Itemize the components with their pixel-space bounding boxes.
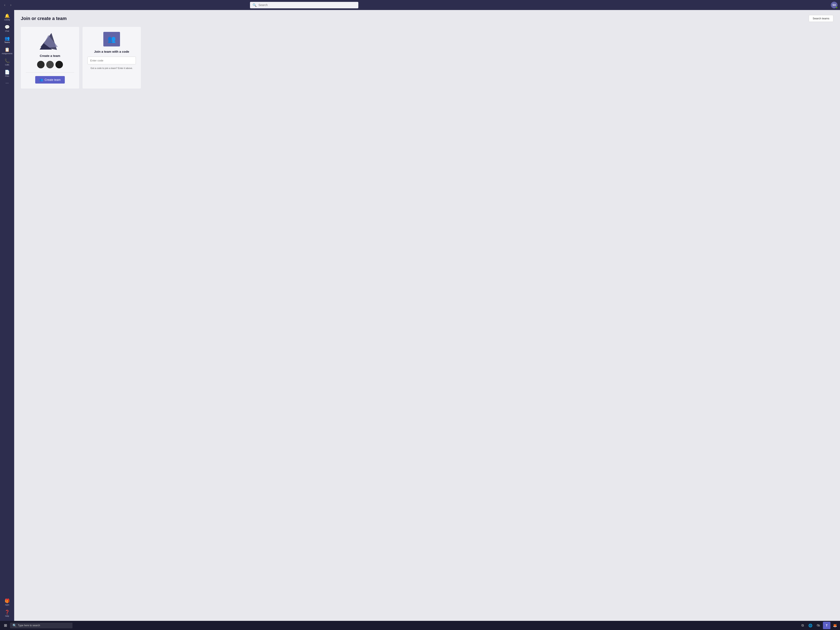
start-button[interactable]: ⊞ (2, 622, 9, 629)
sidebar-item-files[interactable]: 📄 Files (0, 68, 14, 79)
create-team-btn-icon: 👥 (39, 78, 43, 82)
store-icon: 🛍 (817, 624, 820, 627)
help-icon: ❓ (5, 610, 10, 614)
windows-icon: ⊞ (4, 623, 7, 628)
taskbar-teams-label: T (826, 624, 828, 627)
person-avatar-2 (46, 61, 54, 68)
join-code-input[interactable] (87, 57, 136, 65)
create-team-button[interactable]: 👥 Create team (35, 76, 65, 84)
sidebar-item-teams[interactable]: 👥 Teams (0, 35, 14, 45)
sidebar-label-teams: Teams (5, 41, 10, 43)
files-icon: 📄 (5, 70, 10, 74)
sidebar: 🔔 Activity 💬 Chat 👥 Teams 📋 Assignments … (0, 10, 14, 621)
join-team-icon-wrapper: 👥 (103, 32, 120, 46)
sidebar-label-chat: Chat (5, 30, 9, 32)
cards-row: Create a team 👥 Create team 👥 Join a tea… (21, 27, 833, 88)
person-avatar-1 (37, 61, 44, 68)
online-badge (836, 7, 837, 8)
page-title: Join or create a team (21, 16, 67, 21)
sidebar-label-assignments: Assignments (2, 52, 13, 55)
taskbar-firefox[interactable]: 🦊 (832, 622, 838, 629)
taskbar-search-text: Type here to search (18, 624, 40, 627)
sidebar-label-apps: Apps (5, 604, 9, 606)
edge-icon: 🌐 (808, 624, 813, 627)
people-avatars (37, 61, 63, 68)
taskbar-icons: ⧉ 🌐 🛍 T 🦊 (799, 622, 838, 629)
sidebar-label-activity: Activity (4, 19, 10, 21)
create-team-title: Create a team (40, 54, 60, 57)
taskbar-edge[interactable]: 🌐 (807, 622, 814, 629)
search-input[interactable] (258, 3, 356, 7)
taskbar: ⊞ 🔍 Type here to search ⧉ 🌐 🛍 T 🦊 (0, 621, 840, 630)
taskbar-search-icon: 🔍 (13, 624, 17, 627)
avatar-initials: SA (832, 3, 836, 6)
search-icon: 🔍 (253, 3, 257, 7)
search-teams-button[interactable]: Search teams (809, 15, 833, 22)
chat-icon: 💬 (5, 25, 10, 29)
create-team-card: Create a team 👥 Create team (21, 27, 79, 88)
search-bar[interactable]: 🔍 (250, 2, 358, 8)
sidebar-item-help[interactable]: ❓ Help (0, 608, 14, 619)
page-header: Join or create a team Search teams (21, 15, 833, 22)
sidebar-label-help: Help (5, 615, 9, 617)
taskbar-search[interactable]: 🔍 Type here to search (10, 623, 73, 628)
nav-forward-button[interactable]: › (8, 2, 13, 8)
activity-icon: 🔔 (5, 14, 10, 18)
task-view-icon: ⧉ (802, 624, 804, 627)
sidebar-label-files: Files (5, 75, 9, 77)
join-team-card: 👥 Join a team with a code Got a code to … (82, 27, 141, 88)
avatar[interactable]: SA (831, 2, 837, 8)
taskbar-task-view[interactable]: ⧉ (799, 622, 806, 629)
sidebar-item-chat[interactable]: 💬 Chat (0, 23, 14, 34)
join-code-hint: Got a code to join a team? Enter it abov… (90, 67, 133, 69)
content-area: Join or create a team Search teams Creat… (14, 10, 840, 621)
create-team-btn-label: Create team (44, 78, 61, 82)
taskbar-store[interactable]: 🛍 (815, 622, 822, 629)
sidebar-item-activity[interactable]: 🔔 Activity (0, 12, 14, 22)
teams-icon: 👥 (5, 36, 10, 40)
teams-people-icon: 👥 (107, 35, 116, 43)
apps-icon: 🎁 (5, 599, 10, 603)
nav-back-button[interactable]: ‹ (3, 2, 7, 8)
sidebar-item-calls[interactable]: 📞 Calls (0, 57, 14, 68)
main-layout: 🔔 Activity 💬 Chat 👥 Teams 📋 Assignments … (0, 10, 840, 621)
taskbar-teams[interactable]: T (823, 622, 831, 629)
assignments-icon: 📋 (5, 47, 10, 52)
create-team-image (38, 32, 63, 51)
join-team-title: Join a team with a code (94, 50, 129, 53)
sidebar-label-calls: Calls (5, 64, 9, 66)
firefox-icon: 🦊 (833, 624, 837, 627)
calls-icon: 📞 (5, 59, 10, 63)
person-avatar-3 (55, 61, 63, 68)
sidebar-item-apps[interactable]: 🎁 Apps (0, 597, 14, 608)
more-button[interactable]: ··· (4, 79, 10, 87)
title-bar: ‹ › 🔍 SA (0, 0, 840, 10)
sidebar-item-assignments[interactable]: 📋 Assignments (0, 46, 14, 56)
